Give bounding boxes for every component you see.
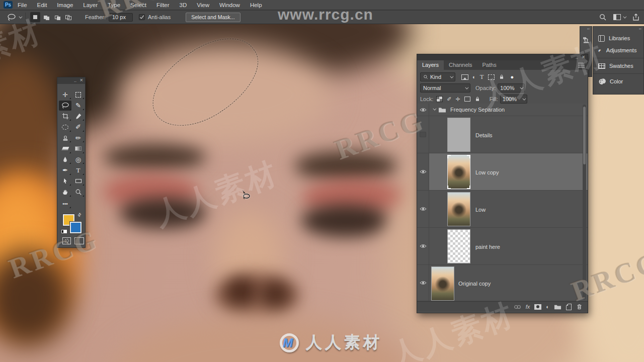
healing-brush-tool[interactable] — [59, 122, 71, 132]
filter-type-layers-button[interactable]: T — [480, 73, 484, 81]
subtract-from-selection-button[interactable] — [52, 12, 62, 22]
group-expand-icon[interactable] — [433, 107, 436, 111]
move-tool[interactable]: ✛ — [59, 89, 71, 100]
select-and-mask-button[interactable]: Select and Mask... — [186, 13, 240, 22]
menu-window[interactable]: Window — [214, 0, 245, 10]
collapse-button[interactable]: .. — [576, 55, 578, 60]
menu-select[interactable]: Select — [125, 0, 151, 10]
type-tool[interactable]: T — [72, 165, 85, 175]
layer-thumbnail[interactable] — [447, 155, 470, 189]
eraser-tool[interactable] — [59, 144, 71, 154]
workspace-switcher[interactable] — [613, 14, 625, 20]
scrollbar-thumb[interactable] — [583, 107, 586, 164]
intersect-selection-button[interactable] — [63, 12, 73, 22]
blend-mode-select[interactable]: Normal — [420, 83, 470, 93]
share-icon[interactable] — [632, 13, 640, 21]
menu-3d[interactable]: 3D — [175, 0, 192, 10]
layer-row-details[interactable]: Details — [417, 116, 588, 153]
layer-name[interactable]: Low copy — [475, 169, 499, 175]
fill-input[interactable]: 100% — [500, 95, 527, 104]
marquee-tool[interactable] — [72, 89, 85, 100]
filter-pixel-layers-button[interactable] — [461, 74, 468, 80]
close-icon[interactable]: × — [80, 77, 83, 83]
new-layer-button[interactable] — [566, 304, 572, 310]
layer-name[interactable]: Low — [475, 207, 486, 213]
quick-selection-tool[interactable]: ✎ — [72, 101, 85, 111]
tab-channels[interactable]: Channels — [444, 60, 477, 70]
screen-mode-button[interactable] — [74, 237, 84, 244]
panel-button-adjustments[interactable]: ◐ Adjustments — [593, 44, 643, 56]
close-icon[interactable]: × — [582, 54, 585, 60]
default-colors-icon[interactable] — [61, 226, 67, 235]
blur-tool[interactable] — [59, 154, 71, 164]
hand-tool[interactable] — [59, 187, 71, 197]
lock-pixels-button[interactable]: ✐ — [447, 96, 451, 103]
new-selection-button[interactable] — [30, 12, 40, 22]
layer-row-low-copy[interactable]: Low copy — [417, 153, 588, 191]
swap-colors-icon[interactable]: ⇄ — [76, 212, 83, 218]
photoshop-logo[interactable]: Ps — [4, 1, 13, 9]
menu-filter[interactable]: Filter — [151, 0, 175, 10]
feather-input[interactable]: 10 px — [109, 13, 133, 22]
tools-panel-titlebar[interactable]: .. × — [57, 77, 85, 84]
add-mask-button[interactable] — [534, 304, 541, 310]
layers-panel-titlebar[interactable]: .. × — [417, 54, 588, 60]
layer-style-button[interactable]: fx — [526, 304, 530, 310]
tab-layers[interactable]: Layers — [417, 60, 444, 70]
quick-mask-button[interactable] — [62, 237, 71, 244]
layer-row-original-copy[interactable]: Original copy — [417, 265, 588, 301]
layer-thumbnail[interactable] — [447, 229, 470, 263]
collapse-arrows[interactable]: ‹‹ — [580, 27, 592, 32]
dodge-tool[interactable]: ◎ — [72, 154, 85, 164]
layer-name[interactable]: paint here — [475, 244, 500, 250]
layer-thumbnail[interactable] — [431, 266, 454, 301]
collapse-arrows[interactable]: ‹‹ — [593, 27, 643, 32]
antialias-checkbox[interactable] — [139, 14, 145, 20]
lock-transparency-button[interactable] — [436, 96, 443, 102]
lock-position-button[interactable]: ✛ — [456, 96, 460, 103]
menu-edit[interactable]: Edit — [32, 0, 52, 10]
visibility-cell[interactable] — [417, 191, 429, 227]
layer-name[interactable]: Details — [475, 132, 493, 138]
delete-layer-button[interactable] — [576, 303, 583, 310]
zoom-tool[interactable] — [72, 187, 85, 197]
filter-toggle-button[interactable]: ● — [511, 74, 514, 80]
kind-filter-select[interactable]: Kind — [420, 72, 455, 81]
layer-name[interactable]: Original copy — [458, 281, 491, 287]
menu-help[interactable]: Help — [245, 0, 267, 10]
menu-type[interactable]: Type — [103, 0, 125, 10]
tool-preset[interactable] — [7, 13, 21, 21]
search-icon[interactable] — [599, 13, 607, 21]
lock-all-button[interactable] — [474, 96, 480, 102]
panel-menu-icon[interactable] — [578, 63, 585, 67]
menu-image[interactable]: Image — [52, 0, 78, 10]
menu-view[interactable]: View — [192, 0, 214, 10]
shape-tool[interactable] — [72, 176, 85, 186]
panel-button-color[interactable]: Color — [593, 75, 643, 87]
history-brush-tool[interactable]: ✏ — [72, 133, 85, 143]
link-layers-icon[interactable] — [514, 304, 521, 310]
visibility-cell[interactable] — [417, 265, 429, 301]
visibility-cell[interactable] — [417, 116, 429, 153]
visibility-cell[interactable] — [417, 153, 429, 190]
lasso-tool[interactable] — [59, 101, 71, 111]
layer-group-row[interactable]: Frequency Separation — [417, 104, 588, 116]
layer-row-paint-here[interactable]: paint here — [417, 228, 588, 265]
tab-paths[interactable]: Paths — [477, 60, 502, 70]
menu-layer[interactable]: Layer — [78, 0, 103, 10]
filter-adjustment-layers-button[interactable]: ◐ — [472, 74, 476, 80]
visibility-cell[interactable] — [417, 104, 429, 116]
pen-tool[interactable]: ✒ — [59, 165, 71, 175]
more-tools-button[interactable]: ••• — [59, 199, 71, 209]
menu-file[interactable]: File — [13, 0, 32, 10]
opacity-input[interactable]: 100% — [498, 83, 525, 93]
filter-shape-layers-button[interactable] — [488, 74, 495, 80]
add-adjustment-button[interactable]: ◐ — [546, 304, 549, 310]
crop-tool[interactable] — [59, 111, 71, 121]
eyedropper-tool[interactable] — [72, 111, 85, 121]
lock-artboard-button[interactable] — [464, 97, 470, 102]
brush-tool[interactable]: ✐ — [72, 122, 85, 132]
collapse-button[interactable]: .. — [74, 78, 76, 83]
layers-scrollbar[interactable] — [583, 105, 586, 300]
layer-thumbnail[interactable] — [447, 192, 470, 226]
